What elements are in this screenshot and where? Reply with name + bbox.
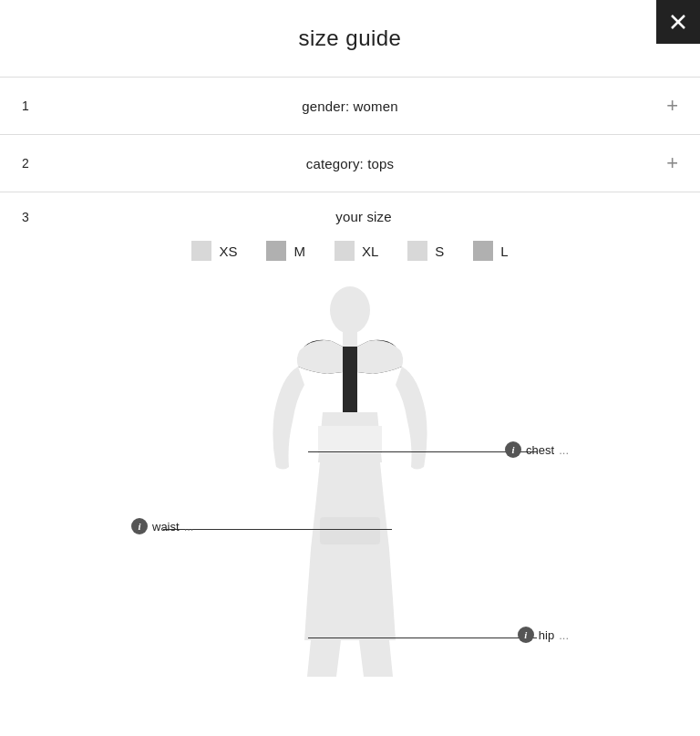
m-label: M (293, 244, 305, 259)
s-label: S (435, 244, 444, 259)
waist-info-icon[interactable]: i (131, 518, 148, 534)
s-checkbox[interactable] (407, 241, 427, 261)
chest-measurement-label[interactable]: i chest... (505, 441, 569, 458)
xl-label: XL (362, 244, 378, 259)
svg-rect-4 (318, 426, 382, 453)
size-option-xs[interactable]: XS (191, 241, 237, 261)
page-title: size guide (0, 0, 700, 77)
close-button[interactable] (656, 0, 700, 44)
l-label: L (500, 244, 508, 259)
body-figure-svg (254, 285, 446, 677)
waist-text: waist (152, 520, 180, 534)
size-option-xl[interactable]: XL (335, 241, 378, 261)
chest-dots: ... (559, 443, 569, 457)
waist-dots: ... (184, 520, 194, 534)
gender-expand-icon[interactable]: + (651, 94, 678, 118)
gender-row[interactable]: 1 gender: women + (0, 77, 700, 134)
gender-label: gender: women (49, 98, 651, 114)
l-checkbox[interactable] (473, 241, 493, 261)
size-options-group: XS M XL S L (22, 241, 678, 270)
xs-label: XS (219, 244, 237, 259)
category-label: category: tops (49, 156, 651, 171)
chest-measurement-line (308, 451, 537, 452)
hip-dots: ... (559, 628, 569, 642)
svg-rect-3 (343, 330, 357, 347)
m-checkbox[interactable] (266, 241, 286, 261)
hip-text: hip (539, 628, 554, 642)
waist-measurement-line (163, 529, 392, 530)
step-number-1: 1 (22, 98, 49, 113)
step-number-3: 3 (22, 210, 49, 224)
waist-measurement-label[interactable]: i waist... (131, 518, 193, 534)
body-diagram: i chest... i waist... i hip... (22, 285, 678, 677)
chest-text: chest (526, 443, 554, 457)
category-row[interactable]: 2 category: tops + (0, 134, 700, 192)
xs-checkbox[interactable] (191, 241, 211, 261)
hip-measurement-label[interactable]: i hip... (518, 627, 569, 643)
step-number-2: 2 (22, 156, 49, 171)
your-size-label: your size (49, 209, 678, 224)
hip-measurement-line (308, 638, 537, 638)
category-expand-icon[interactable]: + (651, 151, 678, 175)
svg-rect-5 (320, 517, 380, 544)
chest-info-icon[interactable]: i (505, 441, 521, 458)
hip-info-icon[interactable]: i (518, 627, 534, 643)
size-option-s[interactable]: S (407, 241, 444, 261)
your-size-section: 3 your size XS M XL S L (0, 192, 700, 677)
size-option-l[interactable]: L (473, 241, 508, 261)
xl-checkbox[interactable] (335, 241, 355, 261)
size-option-m[interactable]: M (266, 241, 305, 261)
svg-point-2 (330, 286, 370, 334)
